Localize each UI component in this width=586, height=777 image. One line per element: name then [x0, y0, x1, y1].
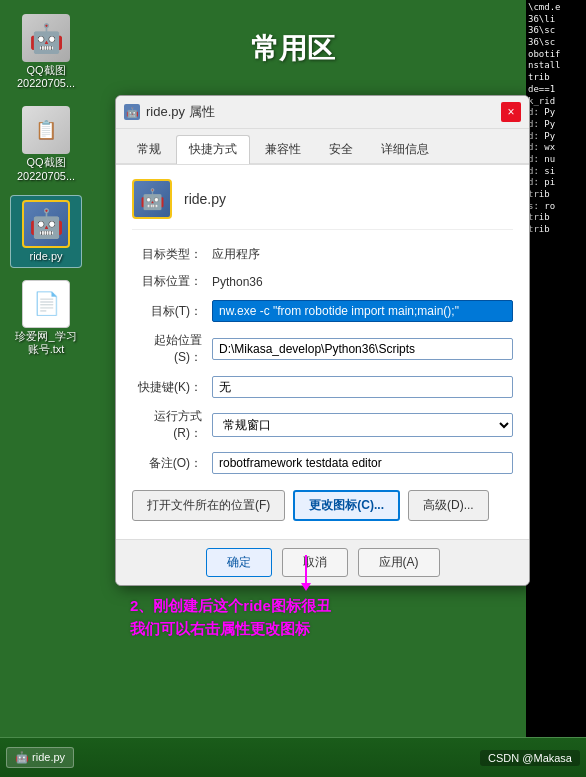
properties-dialog: 🤖 ride.py 属性 × 常规 快捷方式 兼容性 安全 详细信息 🤖 rid…: [115, 95, 530, 586]
desktop: 常用区 🤖 QQ截图20220705... 📋 QQ截图20220705... …: [0, 0, 586, 777]
open-location-button[interactable]: 打开文件所在的位置(F): [132, 490, 285, 521]
prop-label-run: 运行方式(R)：: [132, 408, 212, 442]
tab-compatibility[interactable]: 兼容性: [252, 135, 314, 163]
file-name: ride.py: [184, 191, 226, 207]
prop-value-type: 应用程序: [212, 246, 513, 263]
tab-security[interactable]: 安全: [316, 135, 366, 163]
prop-row-type: 目标类型： 应用程序: [132, 246, 513, 263]
change-icon-button[interactable]: 更改图标(C)...: [293, 490, 400, 521]
prop-label-note: 备注(O)：: [132, 455, 212, 472]
prop-label-location: 目标位置：: [132, 273, 212, 290]
taskbar: 🤖 ride.py CSDN @Makasa: [0, 737, 586, 777]
dialog-body: 🤖 ride.py 目标类型： 应用程序 目标位置： Python36 目标(T…: [116, 165, 529, 539]
prop-row-location: 目标位置： Python36: [132, 273, 513, 290]
prop-row-run: 运行方式(R)： 常规窗口 最小化 最大化: [132, 408, 513, 442]
dialog-title-left: 🤖 ride.py 属性: [124, 103, 215, 121]
prop-input-hotkey[interactable]: [212, 376, 513, 398]
ok-button[interactable]: 确定: [206, 548, 272, 577]
prop-row-start: 起始位置(S)：: [132, 332, 513, 366]
prop-label-hotkey: 快捷键(K)：: [132, 379, 212, 396]
prop-label-start: 起始位置(S)：: [132, 332, 212, 366]
advanced-button[interactable]: 高级(D)...: [408, 490, 489, 521]
file-header: 🤖 ride.py: [132, 179, 513, 230]
prop-row-note: 备注(O)：: [132, 452, 513, 474]
file-icon-large: 🤖: [132, 179, 172, 219]
dialog-title-text: ride.py 属性: [146, 103, 215, 121]
prop-row-target: 目标(T)：: [132, 300, 513, 322]
prop-value-location: Python36: [212, 275, 513, 289]
dialog-close-button[interactable]: ×: [501, 102, 521, 122]
cancel-button[interactable]: 取消: [282, 548, 348, 577]
annotation-text: 2、刚创建后这个ride图标很丑 我们可以右击属性更改图标: [130, 595, 331, 640]
prop-label-type: 目标类型：: [132, 246, 212, 263]
dialog-titlebar: 🤖 ride.py 属性 ×: [116, 96, 529, 129]
prop-row-hotkey: 快捷键(K)：: [132, 376, 513, 398]
tab-shortcut[interactable]: 快捷方式: [176, 135, 250, 164]
prop-input-target[interactable]: [212, 300, 513, 322]
tab-general[interactable]: 常规: [124, 135, 174, 163]
taskbar-item[interactable]: 🤖 ride.py: [6, 747, 74, 768]
dialog-title-icon: 🤖: [124, 104, 140, 120]
annotation-line1: 2、刚创建后这个ride图标很丑: [130, 595, 331, 618]
prop-input-start[interactable]: [212, 338, 513, 360]
annotation-line2: 我们可以右击属性更改图标: [130, 618, 331, 641]
dialog-actions: 打开文件所在的位置(F) 更改图标(C)... 高级(D)...: [132, 484, 513, 525]
dialog-overlay: 🤖 ride.py 属性 × 常规 快捷方式 兼容性 安全 详细信息 🤖 rid…: [0, 0, 586, 777]
apply-button[interactable]: 应用(A): [358, 548, 440, 577]
tab-details[interactable]: 详细信息: [368, 135, 442, 163]
dialog-footer: 确定 取消 应用(A): [116, 539, 529, 585]
taskbar-csdn: CSDN @Makasa: [480, 750, 580, 766]
prop-label-target: 目标(T)：: [132, 303, 212, 320]
prop-input-note[interactable]: [212, 452, 513, 474]
dialog-tabs: 常规 快捷方式 兼容性 安全 详细信息: [116, 129, 529, 165]
prop-select-run[interactable]: 常规窗口 最小化 最大化: [212, 413, 513, 437]
